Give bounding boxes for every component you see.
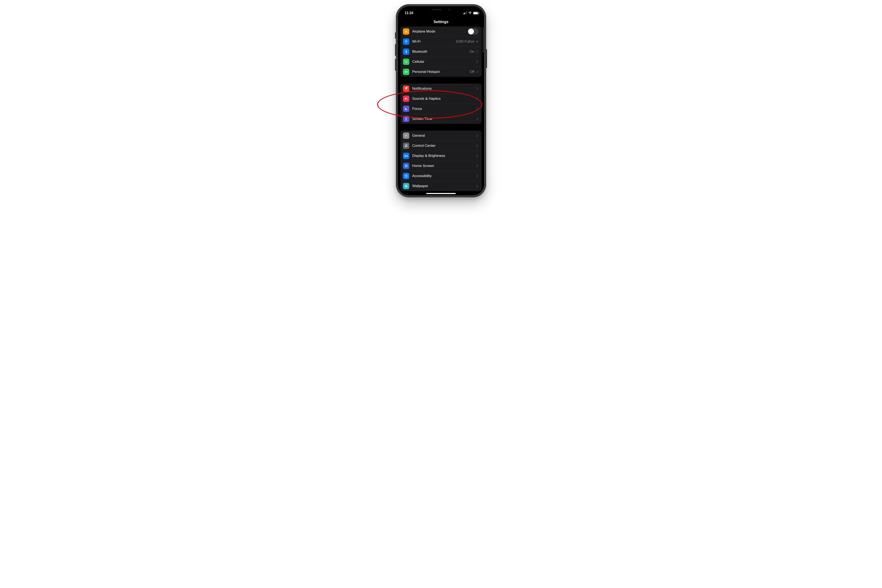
airplane-toggle[interactable] [468,28,478,35]
canvas: 11:24 Settings [288,0,594,204]
row-label: Home Screen [412,164,474,168]
row-label: Screen Time [412,117,474,121]
volume-down-button [395,59,396,70]
row-control-center[interactable]: Control Center [400,141,482,151]
row-focus[interactable]: Focus [400,104,482,114]
row-airplane-mode[interactable]: Airplane Mode [400,27,482,36]
page-title: Settings [398,17,484,26]
wifi-icon [468,12,472,15]
volume-up-button [395,44,396,56]
speaker-grille [432,9,442,10]
svg-rect-9 [406,166,406,166]
chevron-right-icon [477,87,478,90]
airplane-icon [403,28,409,34]
status-indicators [464,12,479,15]
chevron-right-icon [477,164,478,167]
row-notifications[interactable]: Notifications [400,84,482,94]
row-cellular[interactable]: Cellular [400,57,482,67]
row-accessibility[interactable]: Accessibility [400,171,482,181]
chevron-right-icon [477,40,478,43]
row-sounds-haptics[interactable]: Sounds & Haptics [400,94,482,104]
grid-icon [403,163,409,169]
settings-scroll[interactable]: Airplane Mode Wi-Fi 1040 Fulton [398,27,484,195]
row-label: Focus [412,106,474,111]
flower-icon [403,183,409,189]
svg-point-23 [405,186,406,188]
chevron-right-icon [477,144,478,147]
row-label: Wi-Fi [412,39,453,44]
row-label: Control Center [412,144,474,148]
row-label: Airplane Mode [412,29,468,34]
chevron-right-icon [477,97,478,100]
home-indicator[interactable] [426,193,456,194]
chevron-right-icon [477,70,478,73]
row-display-brightness[interactable]: AA Display & Brightness [400,151,482,161]
chevron-right-icon [477,174,478,177]
svg-point-19 [405,186,406,186]
svg-point-17 [406,184,406,186]
chevron-right-icon [477,117,478,120]
row-general[interactable]: General [400,130,482,141]
chevron-right-icon [477,134,478,137]
bluetooth-icon [403,48,409,55]
svg-rect-13 [407,166,407,167]
svg-rect-10 [407,166,407,166]
row-label: Personal Hotspot [412,70,468,74]
screen: 11:24 Settings [398,6,484,195]
bell-icon [403,86,409,92]
row-wifi[interactable]: Wi-Fi 1040 Fulton [400,36,482,46]
svg-rect-0 [406,87,408,88]
row-label: Cellular [412,60,474,64]
row-bluetooth[interactable]: Bluetooth On [400,46,482,57]
chevron-right-icon [477,107,478,110]
svg-point-24 [406,186,407,188]
svg-rect-11 [405,166,405,167]
row-wallpaper[interactable]: Wallpaper [400,181,482,191]
row-value: On [470,50,474,54]
mute-switch [395,32,396,39]
notch [423,6,459,13]
row-value: Off [470,70,474,74]
row-home-screen[interactable]: Home Screen [400,161,482,171]
antenna-icon [403,58,409,65]
moon-icon [403,106,409,112]
svg-point-21 [405,185,406,186]
row-label: Wallpaper [412,184,474,188]
hotspot-icon [403,69,409,75]
row-label: General [412,134,474,138]
gear-icon [403,132,409,139]
svg-point-22 [406,185,407,186]
svg-point-20 [407,186,408,186]
scroll-indicator [483,27,483,52]
power-button [486,49,487,68]
svg-rect-7 [407,165,407,165]
group-attention: Notifications Sounds & Haptics [400,84,482,124]
svg-point-4 [406,146,407,147]
row-label: Notifications [412,87,474,91]
svg-rect-12 [406,166,406,167]
row-personal-hotspot[interactable]: Personal Hotspot Off [400,67,482,77]
front-camera [448,9,450,11]
svg-point-18 [406,187,406,188]
svg-rect-8 [405,166,405,166]
speaker-icon [403,96,409,102]
chevron-right-icon [477,60,478,63]
battery-icon [473,12,478,15]
cellular-signal-icon [464,12,467,14]
wifi-settings-icon [403,38,409,45]
row-label: Display & Brightness [412,154,474,158]
row-value: 1040 Fulton [456,39,474,44]
svg-rect-5 [405,165,405,165]
svg-point-16 [406,186,406,186]
group-system: General Control Center AA [400,130,482,191]
svg-rect-6 [406,165,406,165]
row-label: Bluetooth [412,50,468,54]
row-screen-time[interactable]: Screen Time [400,114,482,124]
status-time: 11:24 [405,11,413,15]
chevron-right-icon [477,50,478,53]
row-label: Sounds & Haptics [412,97,474,101]
hourglass-icon [403,116,409,122]
svg-point-15 [406,175,406,176]
switches-icon [403,142,409,149]
chevron-right-icon [477,184,478,188]
